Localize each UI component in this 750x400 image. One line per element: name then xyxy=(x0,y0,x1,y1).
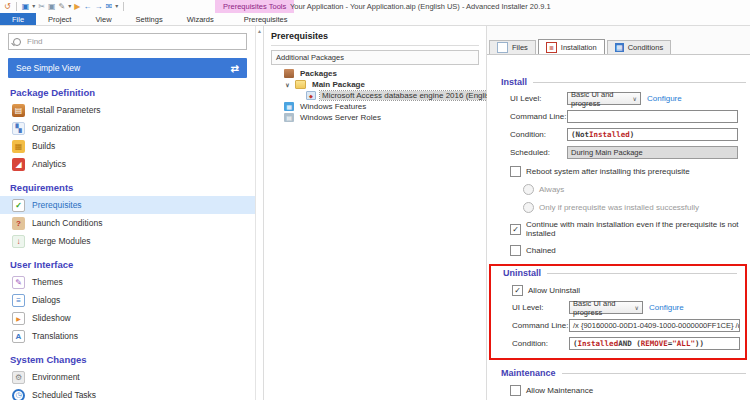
condition-segment: Installed xyxy=(589,130,630,139)
sidebar-item-analytics[interactable]: Analytics xyxy=(0,155,255,173)
install-command-line-row: Command Line: xyxy=(510,110,750,123)
packages-icon xyxy=(284,69,294,78)
save-icon[interactable]: ▣ xyxy=(22,1,30,12)
dropdown-icon[interactable]: ▾ xyxy=(115,1,118,12)
sidebar-section-system-changes: System Changes xyxy=(10,354,255,365)
details-panel: FilesInstallationConditions Install UI L… xyxy=(487,26,750,400)
sidebar-item-translations[interactable]: Translations xyxy=(0,327,255,345)
tree-item-label: Packages xyxy=(298,69,339,78)
continue-checkbox-row[interactable]: Continue with main installation even if … xyxy=(510,220,750,238)
forward-icon[interactable]: → xyxy=(94,1,102,12)
tab-installation[interactable]: Installation xyxy=(538,39,605,54)
only-if-label: Only if prerequisite was installed succe… xyxy=(539,203,699,212)
uninstall-configure-link[interactable]: Configure xyxy=(649,303,684,312)
undo-icon[interactable]: ↺ xyxy=(4,1,11,12)
uninstall-ui-level-dropdown[interactable]: Basic UI and progress ∨ xyxy=(569,301,643,314)
tree-item-microsoft-access-database-engine-2016-english[interactable]: Microsoft Access database engine 2016 (E… xyxy=(271,90,479,101)
allow-uninstall-checkbox-row[interactable]: Allow Uninstall xyxy=(512,285,741,296)
install-condition-input[interactable]: (Not Installed) xyxy=(567,128,738,141)
allow-maintenance-checkbox[interactable] xyxy=(510,385,521,396)
ribbon-tab-prerequisites[interactable]: Prerequisites xyxy=(232,13,300,25)
tab-files[interactable]: Files xyxy=(489,40,536,54)
installation-icon xyxy=(546,42,557,53)
edit-icon[interactable]: ✎ xyxy=(59,1,66,12)
install-ui-level-dropdown[interactable]: Basic UI and progress ∨ xyxy=(567,92,641,105)
continue-checkbox[interactable] xyxy=(510,224,521,235)
scheduled-row: Scheduled: During Main Package xyxy=(510,146,750,159)
launch-conditions-icon xyxy=(12,217,25,230)
save-all-icon[interactable]: ▣ xyxy=(48,1,56,12)
scheduled-dropdown[interactable]: During Main Package xyxy=(567,146,738,159)
install-condition-row: Condition: (Not Installed) xyxy=(510,128,750,141)
sidebar-item-builds[interactable]: Builds xyxy=(0,137,255,155)
always-radio-row[interactable]: Always xyxy=(523,184,750,195)
tree-item-windows-server-roles[interactable]: Windows Server Roles xyxy=(271,112,479,123)
only-if-radio[interactable] xyxy=(523,202,534,213)
dropdown-icon[interactable]: ▾ xyxy=(32,1,35,12)
reboot-checkbox[interactable] xyxy=(510,166,521,177)
dropdown-icon[interactable]: ▾ xyxy=(68,1,71,12)
sidebar-item-organization[interactable]: Organization xyxy=(0,119,255,137)
ribbon-tab-file[interactable]: File xyxy=(0,13,36,25)
condition-segment: "ALL" xyxy=(672,339,695,348)
uninstall-command-line-input[interactable]: /x {90160000-00D1-0409-1000-0000000FF1CE… xyxy=(569,319,740,332)
only-if-radio-row[interactable]: Only if prerequisite was installed succe… xyxy=(523,202,750,213)
sidebar-item-themes[interactable]: Themes xyxy=(0,273,255,291)
contextual-tab-prerequisites-tools[interactable]: Prerequisites Tools xyxy=(215,0,294,13)
folder-icon xyxy=(295,80,306,89)
install-configure-link[interactable]: Configure xyxy=(647,94,682,103)
tab-label: Files xyxy=(512,43,528,52)
tree-item-packages[interactable]: Packages xyxy=(271,68,479,79)
allow-maintenance-checkbox-row[interactable]: Allow Maintenance xyxy=(510,385,750,396)
sidebar-item-prerequisites[interactable]: Prerequisites xyxy=(0,196,255,214)
condition-segment: AND ( xyxy=(618,339,641,348)
see-simple-view-button[interactable]: See Simple View ⇄ xyxy=(8,58,247,78)
always-radio[interactable] xyxy=(523,184,534,195)
sidebar-item-merge-modules[interactable]: Merge Modules xyxy=(0,232,255,250)
sidebar-item-slideshow[interactable]: Slideshow xyxy=(0,309,255,327)
sidebar-item-label: Analytics xyxy=(32,159,66,169)
sidebar-item-install-parameters[interactable]: Install Parameters xyxy=(0,101,255,119)
red-annotation-box: Uninstall Allow Uninstall UI Level: Basi… xyxy=(489,264,747,360)
sidebar-scrollbar[interactable]: ▲ xyxy=(255,26,263,400)
install-parameters-icon xyxy=(12,104,25,117)
sidebar-item-scheduled-tasks[interactable]: Scheduled Tasks xyxy=(0,386,255,400)
back-icon[interactable]: ← xyxy=(83,1,91,12)
ribbon-tab-bar: FileProjectViewSettingsWizardsPrerequisi… xyxy=(0,13,750,26)
tree-item-main-package[interactable]: ∨Main Package xyxy=(271,79,479,90)
uninstall-condition-input[interactable]: (Installed AND ( REMOVE = "ALL" )) xyxy=(569,337,740,350)
group-rule xyxy=(547,273,737,274)
ribbon-tab-project[interactable]: Project xyxy=(36,13,83,25)
find-box[interactable] xyxy=(8,33,247,50)
ribbon-tab-wizards[interactable]: Wizards xyxy=(175,13,226,25)
tree-item-windows-features[interactable]: Windows Features xyxy=(271,101,479,112)
command-line-label: Command Line: xyxy=(510,112,567,121)
ui-level-label: UI Level: xyxy=(512,303,569,312)
chevron-down-icon: ∨ xyxy=(633,95,637,102)
chained-checkbox[interactable] xyxy=(510,245,521,256)
search-icon xyxy=(13,38,21,46)
sidebar-section-requirements: Requirements xyxy=(10,182,255,193)
condition-segment: )) xyxy=(695,339,704,348)
reboot-label: Reboot system after installing this prer… xyxy=(526,167,690,176)
sidebar-sections: Package DefinitionInstall ParametersOrga… xyxy=(0,87,255,400)
run-icon[interactable]: ▶ xyxy=(74,1,80,12)
ribbon-tab-view[interactable]: View xyxy=(83,13,123,25)
expander-icon[interactable]: ∨ xyxy=(284,81,291,88)
ribbon-tab-settings[interactable]: Settings xyxy=(124,13,175,25)
sidebar-item-environment[interactable]: Environment xyxy=(0,368,255,386)
tree-item-label: Windows Server Roles xyxy=(298,113,383,122)
tab-conditions[interactable]: Conditions xyxy=(607,40,671,54)
install-group-label: Install xyxy=(501,77,527,87)
reboot-checkbox-row[interactable]: Reboot system after installing this prer… xyxy=(510,166,750,177)
sidebar-item-launch-conditions[interactable]: Launch Conditions xyxy=(0,214,255,232)
chained-checkbox-row[interactable]: Chained xyxy=(510,245,750,256)
sidebar-item-dialogs[interactable]: Dialogs xyxy=(0,291,255,309)
install-command-line-input[interactable] xyxy=(567,110,738,123)
allow-uninstall-checkbox[interactable] xyxy=(512,285,523,296)
email-icon[interactable]: ✉ xyxy=(105,1,112,12)
merge-modules-icon xyxy=(12,235,25,248)
cut-icon[interactable]: ✂ xyxy=(38,1,45,12)
prerequisites-panel: Prerequisites Additional Packages Packag… xyxy=(263,26,487,400)
find-input[interactable] xyxy=(25,36,242,47)
